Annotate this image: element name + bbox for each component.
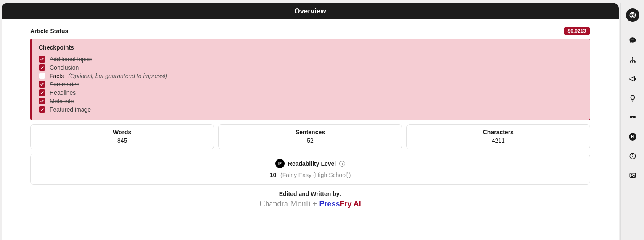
- checkpoint-label: Summaries: [50, 81, 79, 88]
- checkpoint-checkbox[interactable]: [39, 81, 45, 88]
- stats-row: Words 845 Sentences 52 Characters 4211: [30, 124, 590, 149]
- credits-author: Chandra Mouli: [259, 199, 311, 208]
- checkpoint-label: Meta info: [50, 98, 74, 104]
- stat-sentences-value: 52: [219, 137, 401, 144]
- checkpoint-item: Headlines: [39, 89, 583, 97]
- layout-icon[interactable]: [628, 112, 638, 123]
- checkpoint-item: Additional topics: [39, 55, 583, 63]
- checkpoint-item: Conclusion: [39, 63, 583, 72]
- page-title: Overview: [2, 3, 619, 19]
- checkpoint-checkbox[interactable]: [39, 56, 45, 63]
- checkpoint-label: Additional topics: [50, 56, 92, 63]
- image-icon[interactable]: [628, 170, 638, 180]
- svg-point-17: [631, 174, 632, 175]
- svg-point-15: [632, 155, 633, 155]
- stat-characters-label: Characters: [407, 129, 590, 136]
- checkpoint-item: Facts (Optional, but guaranteed to impre…: [39, 72, 583, 80]
- info-rail-icon[interactable]: [628, 151, 638, 161]
- chat-icon[interactable]: [628, 35, 638, 45]
- megaphone-icon[interactable]: [628, 74, 638, 84]
- credits-brand-press: Press: [319, 200, 340, 208]
- lightbulb-icon[interactable]: [628, 93, 638, 103]
- svg-rect-11: [630, 117, 632, 118]
- readability-score: 10: [270, 172, 277, 178]
- svg-rect-8: [632, 61, 633, 63]
- credits: Edited and Written by: Chandra Mouli + P…: [30, 190, 590, 209]
- checkpoints-panel: Checkpoints Additional topicsConclusionF…: [30, 39, 590, 120]
- stat-words: Words 845: [30, 124, 214, 149]
- checkpoint-note: (Optional, but guaranteed to impress!): [68, 73, 167, 79]
- info-icon[interactable]: i: [339, 161, 345, 167]
- checkpoints-heading: Checkpoints: [39, 44, 583, 51]
- readability-badge-icon: P: [275, 159, 285, 168]
- stat-characters: Characters 4211: [406, 124, 590, 149]
- svg-point-3: [631, 40, 632, 41]
- side-rail: H: [620, 3, 644, 240]
- credits-line: Chandra Mouli + PressFry AI: [30, 199, 590, 209]
- checkpoint-item: Summaries: [39, 80, 583, 89]
- credits-brand-ai: AI: [351, 200, 361, 208]
- checkpoint-label: Conclusion: [50, 64, 79, 71]
- readability-card: P Readability Level i 10 (Fairly Easy (H…: [30, 154, 590, 185]
- checkpoint-checkbox[interactable]: [39, 64, 45, 71]
- svg-point-2: [632, 15, 633, 16]
- checkpoint-label: Headlines: [50, 89, 76, 96]
- checkpoint-label: Featured image: [50, 106, 91, 113]
- checkpoints-list: Additional topicsConclusionFacts (Option…: [39, 55, 583, 114]
- history-icon[interactable]: H: [628, 132, 638, 142]
- readability-label: Readability Level: [288, 160, 336, 167]
- checkpoint-checkbox[interactable]: [39, 89, 45, 96]
- target-icon[interactable]: [626, 8, 639, 22]
- svg-rect-12: [633, 117, 635, 118]
- sitemap-icon[interactable]: [628, 55, 638, 65]
- svg-rect-6: [632, 57, 633, 58]
- svg-point-5: [633, 40, 634, 41]
- main-panel: Overview Article Status $0.0213 Checkpoi…: [2, 3, 619, 240]
- checkpoint-label: Facts: [50, 73, 64, 79]
- credits-plus: +: [313, 200, 317, 208]
- checkpoint-checkbox[interactable]: [39, 98, 45, 104]
- svg-rect-7: [630, 61, 631, 63]
- article-status-heading: Article Status: [30, 28, 68, 34]
- stat-sentences-label: Sentences: [219, 129, 401, 136]
- checkpoint-checkbox[interactable]: [39, 106, 45, 113]
- price-badge: $0.0213: [564, 27, 590, 35]
- credits-label: Edited and Written by:: [30, 190, 590, 197]
- checkpoint-item: Meta info: [39, 97, 583, 105]
- svg-rect-9: [634, 61, 635, 63]
- credits-brand-fry: Fry: [340, 200, 351, 208]
- checkpoint-checkbox[interactable]: [39, 73, 45, 79]
- stat-words-value: 845: [31, 137, 214, 144]
- svg-point-4: [632, 40, 633, 41]
- stat-characters-value: 4211: [407, 137, 590, 144]
- readability-description: (Fairly Easy (High School)): [280, 172, 351, 178]
- stat-sentences: Sentences 52: [218, 124, 402, 149]
- svg-rect-10: [630, 116, 636, 117]
- checkpoint-item: Featured image: [39, 105, 583, 114]
- stat-words-label: Words: [31, 129, 214, 136]
